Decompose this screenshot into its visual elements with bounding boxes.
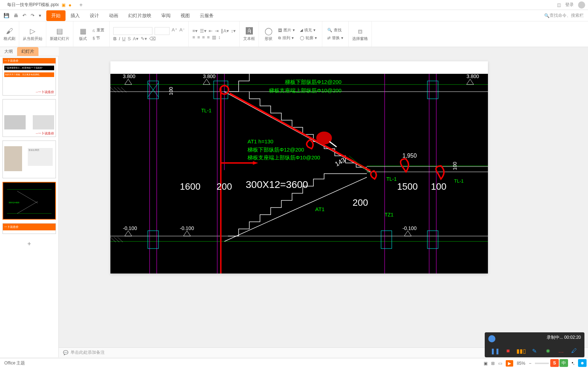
replace-button[interactable]: ⇄替换▾ — [326, 35, 345, 41]
line-spacing-icon[interactable]: ‖A▾ — [221, 28, 229, 34]
save-icon[interactable]: 💾 — [1, 11, 11, 20]
camera-icon — [488, 335, 495, 342]
tools-button[interactable]: … — [557, 347, 565, 355]
view-slideshow-icon[interactable]: ▶ — [506, 360, 513, 367]
indent-inc-icon[interactable]: ⇥ — [215, 28, 219, 34]
recording-overlay: 录制中... 00:02:20 ❚❚ ■ ▮▮▯ ✎ ✸ … 🖊 — [485, 332, 584, 357]
tab-slideshow[interactable]: 幻灯片放映 — [123, 10, 156, 21]
find-button[interactable]: 🔍查找 — [326, 27, 345, 34]
cad-elev-tr: 3.800 — [467, 74, 479, 79]
notes-icon: 💬 — [63, 350, 68, 355]
annotate-button[interactable]: ✎ — [530, 347, 539, 355]
tab-design[interactable]: 设计 — [85, 10, 104, 21]
bullets-icon[interactable]: ≡▾ — [192, 28, 198, 34]
slide-thumb-1[interactable]: 一卜说造价 一起来做资价人，欢迎光临"一卜说造价" 知的方方工程编，关注更多实战… — [2, 58, 56, 96]
decrease-font-icon[interactable]: A⁻ — [179, 27, 185, 35]
textbox-icon: 🅰 — [246, 27, 253, 35]
ime-emoji-icon[interactable]: ☻ — [578, 359, 587, 367]
qa-dropdown-icon[interactable]: ▾ — [37, 11, 43, 20]
brush-button[interactable]: 🖊 — [570, 347, 578, 355]
tab-insert[interactable]: 插入 — [66, 10, 85, 21]
status-bar: Office 主题 ▣ ⊞ ▭ ▶ 85% − + ⊡ — [0, 358, 588, 368]
format-painter-button[interactable]: 🖌 格式刷 — [0, 21, 19, 47]
cad-dim-200r: 200 — [353, 197, 368, 208]
italic-icon[interactable]: I — [119, 36, 120, 41]
cad-tl1: TL-1 — [201, 108, 212, 113]
indent-dec-icon[interactable]: ⇤ — [209, 28, 213, 34]
align-center-icon[interactable]: ≡ — [197, 35, 200, 40]
strike-icon[interactable]: S — [128, 36, 131, 41]
spotlight-button[interactable]: ✸ — [543, 347, 552, 355]
paintbrush-icon: 🖌 — [6, 27, 13, 35]
bold-icon[interactable]: B — [113, 36, 116, 41]
replace-icon: ⇄ — [327, 36, 331, 40]
shapes-button[interactable]: ◯ 形状 — [262, 26, 275, 42]
text-direction-icon[interactable]: ↕▾ — [231, 28, 236, 34]
svg-line-2 — [17, 191, 38, 203]
undo-icon[interactable]: ↶ — [20, 11, 28, 20]
svg-point-34 — [316, 132, 332, 144]
outline-button[interactable]: ◯轮廓▾ — [298, 35, 318, 41]
highlight-icon[interactable]: ✎▾ — [141, 36, 147, 41]
ime-punct-icon[interactable]: •, — [569, 359, 577, 367]
slide-canvas[interactable]: 3.800 3.800 3.800 -0.100 -0.100 -0.100 T… — [110, 61, 488, 274]
section-button[interactable]: §节 — [91, 35, 106, 41]
ime-sogou-icon[interactable]: S — [550, 359, 559, 367]
avatar[interactable] — [578, 1, 585, 9]
tab-outline[interactable]: 大纲 — [0, 47, 17, 56]
select-pane-button[interactable]: ⧈ 选择窗格 — [349, 21, 372, 47]
tab-start[interactable]: 开始 — [46, 10, 66, 21]
tab-cloud[interactable]: 云服务 — [195, 10, 219, 21]
slide-thumb-4[interactable]: 300X12=3600 — [2, 182, 56, 220]
login-label[interactable]: 登录 — [565, 2, 574, 8]
increase-font-icon[interactable]: A⁺ — [172, 27, 177, 35]
new-tab-button[interactable]: + — [79, 2, 83, 8]
add-slide-button[interactable]: + — [0, 237, 58, 251]
audio-level-icon[interactable]: ▮▮▯ — [517, 347, 526, 355]
view-sorter-icon[interactable]: ⊞ — [491, 361, 495, 366]
font-size-select[interactable] — [155, 27, 170, 35]
outline-icon: ◯ — [300, 36, 304, 40]
recording-time: 00:02:20 — [564, 335, 581, 340]
window-mode-icon[interactable]: ◫ — [557, 2, 561, 7]
new-slide-button[interactable]: ▤ 新建幻灯片 — [46, 21, 73, 47]
align-justify-icon[interactable]: ≡ — [207, 35, 210, 40]
cad-dim-1500: 1500 — [397, 181, 418, 192]
slide-thumb-5[interactable]: 一卜说造价 — [2, 223, 56, 234]
picture-button[interactable]: 🖼图片▾ — [277, 27, 296, 34]
layout-button[interactable]: ▦ 版式 — [77, 26, 89, 42]
fill-button[interactable]: ◢填充▾ — [298, 27, 318, 34]
file-tab[interactable]: 每日一技专用PPT模板.pptx ▣ ● — [3, 0, 76, 9]
align-v-icon[interactable]: ↕ — [218, 35, 221, 40]
redo-icon[interactable]: ↷ — [28, 11, 37, 20]
slide-thumb-2[interactable]: →一卜说造价 — [2, 99, 56, 137]
align-left-icon[interactable]: ≡ — [192, 35, 195, 40]
columns-icon[interactable]: ▥ — [212, 35, 216, 40]
zoom-out-icon[interactable]: − — [529, 361, 531, 366]
tab-view[interactable]: 视图 — [176, 10, 195, 21]
numbering-icon[interactable]: ☰▾ — [200, 28, 207, 34]
arrange-button[interactable]: ⧉排列▾ — [277, 35, 296, 41]
textbox-button[interactable]: 🅰 文本框 — [240, 21, 259, 47]
font-family-select[interactable] — [113, 27, 152, 35]
tab-animation[interactable]: 动画 — [104, 10, 123, 21]
reset-button[interactable]: ⎌重置 — [91, 27, 106, 34]
slide-thumb-3[interactable]: 整体效果图 — [2, 140, 56, 178]
view-reading-icon[interactable]: ▭ — [498, 361, 502, 366]
view-normal-icon[interactable]: ▣ — [484, 361, 488, 366]
underline-icon[interactable]: U — [122, 36, 125, 41]
search-box[interactable]: 🔍 查找命令、搜索栏 — [544, 12, 587, 19]
stop-button[interactable]: ■ — [504, 347, 512, 355]
cad-elev-br: -0.100 — [402, 225, 417, 231]
print-icon[interactable]: 🖶 — [11, 11, 20, 20]
play-from-current-button[interactable]: ▷ 从当前开始 — [19, 21, 46, 47]
clear-format-icon[interactable]: ⌫ — [149, 36, 156, 41]
ime-chinese-icon[interactable]: 中 — [560, 359, 568, 367]
align-right-icon[interactable]: ≡ — [202, 35, 205, 40]
pause-button[interactable]: ❚❚ — [491, 347, 499, 355]
present-icon[interactable]: ▣ — [62, 2, 66, 7]
search-placeholder: 查找命令、搜索栏 — [550, 12, 584, 19]
font-color-icon[interactable]: A▾ — [133, 36, 139, 41]
tab-slides[interactable]: 幻灯片 — [17, 47, 38, 56]
tab-review[interactable]: 审阅 — [156, 10, 176, 21]
